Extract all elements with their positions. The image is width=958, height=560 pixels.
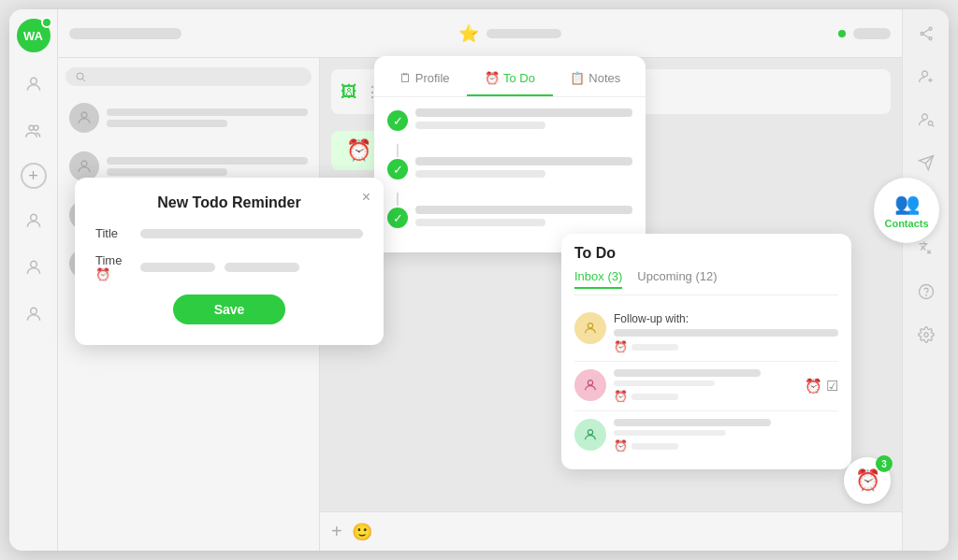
svg-point-18 <box>922 71 927 77</box>
right-sidebar <box>902 9 949 551</box>
chat-line <box>107 157 308 165</box>
contacts-label: Contacts <box>884 218 928 229</box>
add-button[interactable]: + <box>21 163 47 189</box>
svg-point-27 <box>923 333 928 337</box>
top-bar-right-placeholder <box>853 28 891 39</box>
time-label: Time ⏰ <box>95 253 131 281</box>
todo-item-secondary <box>614 430 726 436</box>
tab-todo[interactable]: ⏰ To Do <box>467 64 552 96</box>
connector <box>397 144 399 157</box>
top-bar-center: ⭐ <box>189 23 831 44</box>
connector <box>397 193 399 206</box>
top-bar-title-line <box>486 29 561 38</box>
notes-tab-label: Notes <box>588 71 620 85</box>
todo-item-secondary <box>614 381 715 386</box>
chat-header-icons: 🖼 <box>341 82 357 102</box>
svg-point-0 <box>30 78 36 84</box>
svg-line-23 <box>932 125 934 127</box>
svg-point-29 <box>588 381 592 385</box>
todo-line-secondary <box>415 219 545 226</box>
todo-card-item: ⏰ ⏰ ☑ <box>574 362 838 411</box>
save-button[interactable]: Save <box>173 294 285 324</box>
todo-item-icons: ⏰ <box>614 439 838 452</box>
check-icon: ✓ <box>387 110 408 131</box>
new-todo-modal: New Todo Reminder × Title Time ⏰ Save <box>75 178 384 345</box>
tab-notes[interactable]: 📋 Notes <box>553 64 638 96</box>
svg-point-13 <box>929 27 932 30</box>
sidebar-item-person[interactable] <box>19 69 49 99</box>
todo-tab-icon: ⏰ <box>485 71 500 85</box>
todo-item-lines: ⏰ <box>614 419 838 452</box>
chat-line-short <box>107 120 227 127</box>
todo-line <box>415 206 632 214</box>
tab-inbox[interactable]: Inbox (3) <box>574 269 622 289</box>
contacts-button[interactable]: 👥 Contacts <box>874 178 939 243</box>
app-logo: WA <box>17 19 51 52</box>
settings-icon[interactable] <box>911 320 941 350</box>
todo-line <box>415 108 632 117</box>
todo-line <box>415 157 632 165</box>
share-icon[interactable] <box>911 19 941 49</box>
tab-upcoming[interactable]: Upcoming (12) <box>637 269 717 289</box>
chat-line-short <box>107 168 227 176</box>
item-actions: ⏰ ☑ <box>805 378 838 395</box>
todo-item-lines <box>415 108 632 129</box>
date-input[interactable] <box>225 263 299 272</box>
search-person-icon[interactable] <box>911 105 941 135</box>
check-action-icon[interactable]: ☑ <box>826 378 838 395</box>
todo-clock-icon: ⏰ <box>855 468 880 493</box>
sidebar-item-contact1[interactable] <box>19 206 49 236</box>
clock-icon: ⏰ <box>614 390 628 403</box>
star-icon: ⭐ <box>458 23 479 44</box>
todo-item-line <box>614 369 761 377</box>
svg-point-2 <box>34 125 38 130</box>
todo-card-item: ⏰ <box>574 411 838 460</box>
avatar <box>574 312 606 344</box>
time-placeholder <box>631 344 678 351</box>
todo-item-lines <box>415 157 632 178</box>
todo-card-header: To Do Inbox (3) Upcoming (12) <box>561 234 851 295</box>
help-icon[interactable] <box>911 277 941 307</box>
title-input[interactable] <box>140 229 363 238</box>
svg-point-8 <box>81 112 87 118</box>
search-bar[interactable] <box>65 67 312 86</box>
online-dot <box>838 30 846 37</box>
sidebar-item-contact2[interactable] <box>19 252 49 282</box>
time-input[interactable] <box>140 263 215 272</box>
add-attachment-button[interactable]: + <box>331 521 342 542</box>
emoji-button[interactable]: 🙂 <box>352 522 372 542</box>
svg-point-26 <box>925 294 926 295</box>
top-bar: ⭐ <box>58 9 902 58</box>
tab-profile[interactable]: 🗒 Profile <box>382 64 467 96</box>
todo-card: To Do Inbox (3) Upcoming (12) Follow-up … <box>561 234 851 469</box>
sidebar-item-contact3[interactable] <box>19 299 49 329</box>
todo-banner-clock-icon: ⏰ <box>346 138 371 163</box>
image-icon: 🖼 <box>341 82 357 102</box>
todo-item-line <box>614 329 838 337</box>
add-person-icon[interactable] <box>911 62 941 92</box>
todo-item-lines <box>415 206 632 226</box>
todo-line-secondary <box>415 170 545 178</box>
left-sidebar: WA + <box>9 9 58 551</box>
chat-lines <box>107 108 308 127</box>
todo-item-title: Follow-up with: <box>614 312 838 325</box>
svg-line-17 <box>923 35 929 38</box>
reminder-icon[interactable]: ⏰ <box>805 378 822 395</box>
sidebar-item-group[interactable] <box>19 116 49 146</box>
chat-list-item[interactable] <box>65 97 312 138</box>
contacts-icon: 👥 <box>894 192 920 216</box>
todo-tab-label: To Do <box>503 71 535 85</box>
time-row: Time ⏰ <box>95 253 363 281</box>
panel-body: ✓ ✓ ✓ <box>374 97 646 252</box>
modal-title: New Todo Reminder <box>95 194 363 211</box>
send-icon[interactable] <box>911 148 941 178</box>
check-icon: ✓ <box>387 159 408 179</box>
time-placeholder <box>631 394 678 400</box>
svg-point-22 <box>928 122 933 126</box>
svg-point-3 <box>30 214 36 221</box>
todo-panel-item: ✓ <box>387 206 632 228</box>
title-row: Title <box>95 226 363 240</box>
svg-point-9 <box>81 161 87 166</box>
modal-close-button[interactable]: × <box>362 189 370 206</box>
todo-badge-button[interactable]: ⏰ 3 <box>844 457 891 504</box>
